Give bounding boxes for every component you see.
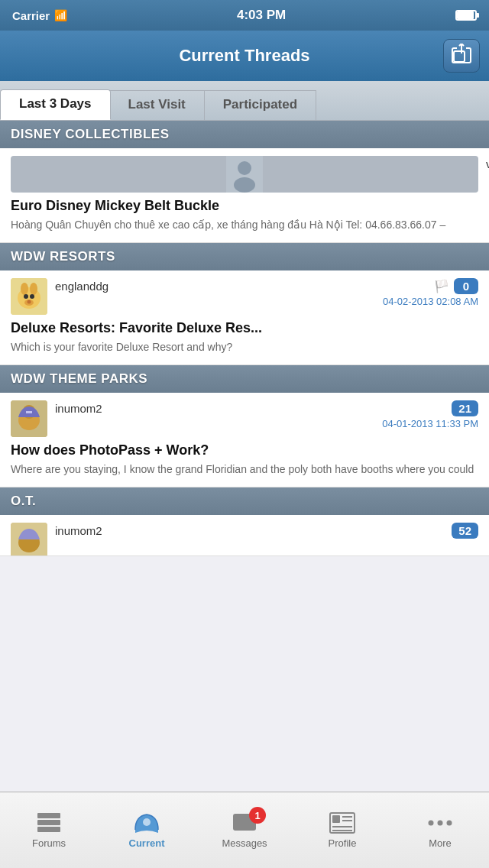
section-header-wdw-resorts: WDW Resorts xyxy=(0,243,489,270)
carrier-label: Carrier xyxy=(12,9,50,22)
svg-point-34 xyxy=(438,821,443,826)
section-header-disney-collectibles: DISNEY COLLECTIBLES xyxy=(0,121,489,148)
thread-title: Deluxe Resorts: Favorite Deluxe Res... xyxy=(11,319,478,337)
thread-preview: Where are you staying, I know the grand … xyxy=(11,462,478,478)
more-icon xyxy=(426,811,454,834)
thread-title: How does PhotoPass + Work? xyxy=(11,442,478,459)
svg-point-10 xyxy=(30,294,34,299)
tab-last3days[interactable]: Last 3 Days xyxy=(0,89,111,120)
avatar xyxy=(11,278,47,315)
tab-messages-label: Messages xyxy=(222,837,267,849)
thread-date: 04-01-2013 11:33 PM xyxy=(55,418,478,429)
nav-bar: Current Threads xyxy=(0,31,489,81)
share-icon xyxy=(452,44,471,68)
avatar xyxy=(11,156,478,193)
svg-point-9 xyxy=(24,294,28,299)
reply-count-badge: 21 xyxy=(452,400,478,416)
tab-lastvisit[interactable]: Last Visit xyxy=(110,90,205,120)
time-label: 4:03 PM xyxy=(237,8,286,23)
thread-title: Euro Disney Mickey Belt Buckle xyxy=(11,197,478,215)
content-scroll: DISNEY COLLECTIBLES viethunghq 📎 4 xyxy=(0,121,489,633)
avatar xyxy=(11,400,47,437)
tab-current-label: Current xyxy=(129,837,165,849)
tab-bar: Forums Current 1 Messages xyxy=(0,792,489,868)
avatar xyxy=(11,523,47,556)
thread-item[interactable]: viethunghq 📎 4 04-02-2013 03:06 AM Euro … xyxy=(0,148,489,243)
messages-badge: 1 xyxy=(249,807,266,824)
thread-username: englanddg xyxy=(55,280,108,293)
filter-tabs: Last 3 Days Last Visit Participated xyxy=(0,81,489,121)
thread-preview: Which is your favorite Deluxe Resort and… xyxy=(11,340,478,355)
thread-item[interactable]: englanddg 🏳️ 0 04-02-2013 02:08 AM Delux… xyxy=(0,270,489,365)
svg-point-33 xyxy=(429,821,434,826)
reply-count-badge: 52 xyxy=(452,523,478,539)
forums-icon xyxy=(35,811,63,834)
thread-meta: inumom2 52 xyxy=(55,523,478,540)
reply-count-badge: 0 xyxy=(454,278,478,294)
thread-preview: Hoàng Quân Chuyên cho thuê xe cao cấp, x… xyxy=(11,218,478,233)
flag-icon: 🏳️ xyxy=(434,279,449,293)
svg-rect-21 xyxy=(37,813,60,818)
status-bar: Carrier 📶 4:03 PM xyxy=(0,0,489,31)
page-title: Current Threads xyxy=(179,46,309,66)
svg-point-7 xyxy=(21,283,28,295)
thread-username: inumom2 xyxy=(55,402,102,415)
svg-rect-0 xyxy=(454,51,465,62)
svg-point-8 xyxy=(30,283,37,295)
tab-current[interactable]: Current xyxy=(98,792,196,868)
thread-item[interactable]: inumom2 21 04-01-2013 11:33 PM How does … xyxy=(0,393,489,487)
share-button[interactable] xyxy=(443,39,480,73)
profile-icon xyxy=(329,811,356,834)
thread-date: 04-02-2013 03:06 AM xyxy=(486,173,489,185)
wifi-icon: 📶 xyxy=(54,9,67,21)
thread-meta: englanddg 🏳️ 0 04-02-2013 02:08 AM xyxy=(55,278,478,307)
svg-point-24 xyxy=(143,818,151,826)
battery-area xyxy=(455,10,477,21)
messages-icon: 1 xyxy=(231,811,258,834)
tab-messages[interactable]: 1 Messages xyxy=(196,792,293,868)
thread-date: 04-02-2013 02:08 AM xyxy=(55,296,478,307)
svg-rect-23 xyxy=(37,827,60,832)
thread-username: viethunghq xyxy=(486,157,489,170)
section-header-ot: O.T. xyxy=(0,487,489,515)
svg-rect-16 xyxy=(26,411,32,413)
svg-point-12 xyxy=(28,300,31,303)
tab-more[interactable]: More xyxy=(391,792,489,868)
current-icon xyxy=(133,811,160,834)
tab-participated[interactable]: Participated xyxy=(205,90,316,120)
svg-rect-28 xyxy=(332,815,340,823)
tab-profile-label: Profile xyxy=(329,837,357,849)
svg-point-4 xyxy=(234,177,255,193)
battery-icon xyxy=(455,10,477,21)
tab-profile[interactable]: Profile xyxy=(293,792,391,868)
tab-forums-label: Forums xyxy=(32,837,66,849)
thread-meta: inumom2 21 04-01-2013 11:33 PM xyxy=(55,400,478,429)
svg-rect-22 xyxy=(37,820,60,825)
thread-item[interactable]: inumom2 52 xyxy=(0,515,489,556)
svg-point-3 xyxy=(238,161,251,175)
tab-more-label: More xyxy=(429,837,452,849)
thread-username: inumom2 xyxy=(55,524,102,537)
thread-meta: viethunghq 📎 4 04-02-2013 03:06 AM xyxy=(486,156,489,185)
section-header-wdw-theme-parks: WDW Theme Parks xyxy=(0,365,489,393)
svg-point-35 xyxy=(447,821,452,826)
tab-forums[interactable]: Forums xyxy=(0,792,98,868)
